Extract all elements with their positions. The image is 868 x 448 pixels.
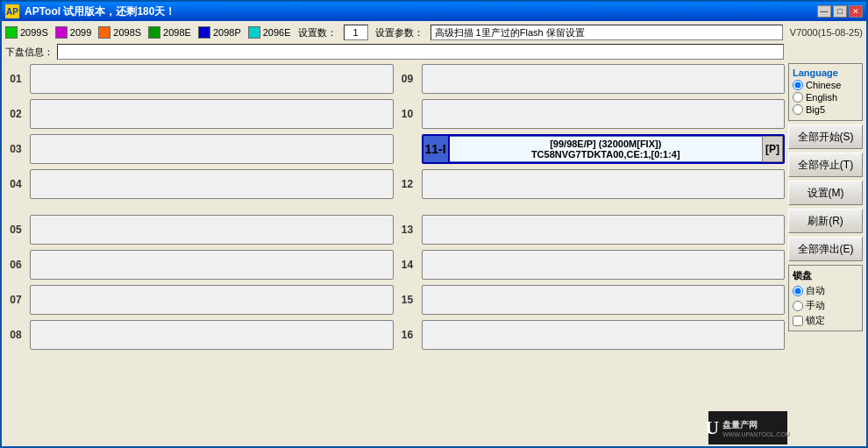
device-count-input[interactable] <box>344 25 368 40</box>
slot-row-13: 13 <box>397 214 786 245</box>
slot-box-13[interactable] <box>422 215 786 245</box>
slot-row-05: 05 <box>5 214 394 245</box>
eject-all-button[interactable]: 全部弹出(E) <box>788 237 863 261</box>
legend-color-2098s <box>98 26 110 39</box>
slot-num-04: 04 <box>5 178 26 190</box>
radio-big5[interactable]: Big5 <box>793 104 858 115</box>
slot-box-03[interactable] <box>30 134 394 164</box>
logo-area: U 盘量产网 WWW.UPANTOOL.COM <box>708 411 787 444</box>
radio-english-label: English <box>806 92 837 103</box>
slot-row-11: 11-I [99/98E/P] (32000M[FIX]) TC58NVG7TD… <box>397 133 786 165</box>
status-input[interactable] <box>57 44 784 60</box>
title-bar-left: AP APTool 试用版本，还剩180天！ <box>5 4 175 19</box>
device-count-label: 设置数： <box>298 26 337 39</box>
slot-row-12: 12 <box>397 168 786 200</box>
language-title: Language <box>793 68 858 78</box>
version-label: V7000(15-08-25) <box>790 27 863 38</box>
slot-row-02: 02 <box>5 98 394 130</box>
radio-manual-lock-label: 手动 <box>806 299 825 312</box>
radio-english[interactable]: English <box>793 92 858 103</box>
slot-num-13: 13 <box>397 224 418 236</box>
slot-box-11[interactable]: 11-I [99/98E/P] (32000M[FIX]) TC58NVG7TD… <box>422 134 786 164</box>
slot-num-12: 12 <box>397 178 418 190</box>
radio-manual-lock[interactable]: 手动 <box>793 299 858 312</box>
slot-11-p-button[interactable]: [P] <box>762 136 783 162</box>
legend-2099s: 2099S <box>5 26 48 39</box>
slot-row-10: 10 <box>397 98 786 130</box>
slots-right-column: 09 10 11-I [99/98E/P] (32 <box>397 63 786 443</box>
window-body: 2099S 2099 2098S 2098E 2098P 2096E <box>2 21 866 446</box>
radio-chinese-input[interactable] <box>793 80 803 90</box>
slot-box-05[interactable] <box>30 215 394 245</box>
slot-box-04[interactable] <box>30 169 394 199</box>
legend-label-2098p: 2098P <box>213 27 241 38</box>
slot-row-15: 15 <box>397 284 786 316</box>
slot-num-02: 02 <box>5 108 26 120</box>
spacer-right <box>397 203 786 210</box>
radio-big5-label: Big5 <box>806 104 825 115</box>
radio-auto-lock-input[interactable] <box>793 286 803 296</box>
slot-box-15[interactable] <box>422 285 786 315</box>
radio-english-input[interactable] <box>793 92 803 103</box>
window-title: APTool 试用版本，还剩180天！ <box>25 4 175 19</box>
lock-checkbox[interactable] <box>793 316 803 326</box>
close-button[interactable]: ✕ <box>849 5 863 18</box>
legend-2099: 2099 <box>55 26 91 39</box>
slot-box-06[interactable] <box>30 250 394 280</box>
settings-button[interactable]: 设置(M) <box>788 181 863 205</box>
slot-box-08[interactable] <box>30 320 394 350</box>
settings-input[interactable] <box>430 25 783 40</box>
legend-2096e: 2096E <box>248 26 291 39</box>
title-bar: AP APTool 试用版本，还剩180天！ — □ ✕ <box>2 2 866 21</box>
slot-num-06: 06 <box>5 259 26 271</box>
logo-brand: 盘量产网 <box>722 419 791 431</box>
legend-color-2098e <box>148 26 160 39</box>
slot-box-10[interactable] <box>422 99 786 129</box>
radio-chinese[interactable]: Chinese <box>793 80 858 90</box>
legend-label-2096e: 2096E <box>263 27 291 38</box>
slot-num-10: 10 <box>397 108 418 120</box>
minimize-button[interactable]: — <box>817 5 831 18</box>
legend-color-2099s <box>5 26 18 39</box>
right-panel: Language Chinese English Big5 全部 <box>788 63 863 443</box>
stop-all-button[interactable]: 全部停止(T) <box>788 153 863 177</box>
slot-box-16[interactable] <box>422 320 786 350</box>
legend-color-2098p <box>198 26 210 39</box>
slot-box-09[interactable] <box>422 64 786 94</box>
slot-row-08: 08 <box>5 319 394 351</box>
start-all-button[interactable]: 全部开始(S) <box>788 124 863 149</box>
slot-row-09: 09 <box>397 63 786 95</box>
top-bar: 2099S 2099 2098S 2098E 2098P 2096E <box>5 25 863 40</box>
app-icon: AP <box>5 4 19 18</box>
slot-11-line2: TC58NVG7TDKTA00,CE:1,[0:1:4] <box>531 149 680 160</box>
slot-num-14: 14 <box>397 259 418 271</box>
slot-row-03: 03 <box>5 133 394 165</box>
slot-box-02[interactable] <box>30 99 394 129</box>
slot-box-01[interactable] <box>30 64 394 94</box>
maximize-button[interactable]: □ <box>833 5 847 18</box>
slot-row-06: 06 <box>5 249 394 281</box>
slot-box-12[interactable] <box>422 169 786 199</box>
radio-big5-input[interactable] <box>793 104 803 115</box>
legend-2098s: 2098S <box>98 26 141 39</box>
slot-num-01: 01 <box>5 73 26 85</box>
slot-num-05: 05 <box>5 224 26 236</box>
logo-u-icon: U <box>705 416 719 439</box>
checkbox-lock[interactable]: 锁定 <box>793 314 858 327</box>
legend-label-2099s: 2099S <box>20 27 48 38</box>
slot-num-03: 03 <box>5 143 26 155</box>
slots-left-column: 01 02 03 04 <box>5 63 394 443</box>
radio-auto-lock[interactable]: 自动 <box>793 284 858 297</box>
refresh-button[interactable]: 刷新(R) <box>788 209 863 233</box>
slot-num-08: 08 <box>5 329 26 341</box>
slot-box-07[interactable] <box>30 285 394 315</box>
slot-num-15: 15 <box>397 294 418 306</box>
slot-box-14[interactable] <box>422 250 786 280</box>
radio-chinese-label: Chinese <box>806 80 841 90</box>
lock-title: 锁盘 <box>793 269 858 282</box>
legend-2098e: 2098E <box>148 26 191 39</box>
slot-row-07: 07 <box>5 284 394 316</box>
slot-row-14: 14 <box>397 249 786 281</box>
radio-manual-lock-input[interactable] <box>793 301 803 311</box>
slot-11-text: [99/98E/P] (32000M[FIX]) TC58NVG7TDKTA00… <box>450 137 763 161</box>
